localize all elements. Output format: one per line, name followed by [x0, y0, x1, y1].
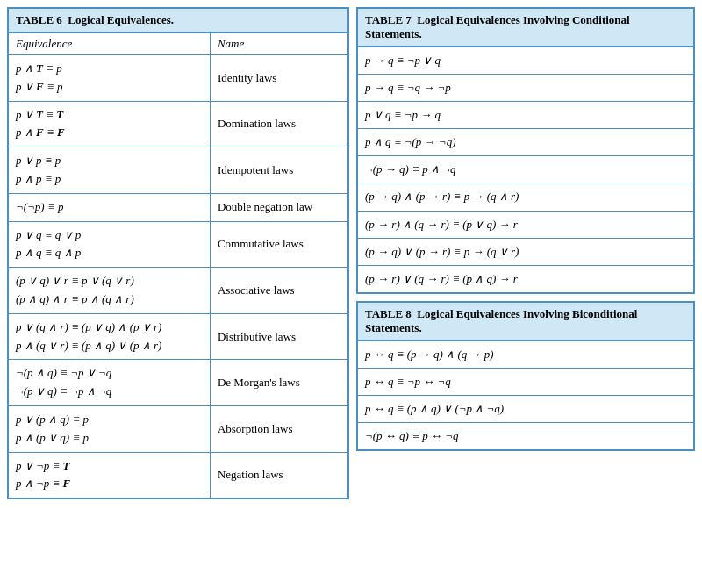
formula-cell: (p → r) ∧ (q → r) ≡ (p ∨ q) → r: [358, 211, 693, 238]
table7-number: TABLE 7: [365, 13, 412, 26]
formula-cell: ¬(p ↔ q) ≡ p ↔ ¬q: [358, 423, 693, 450]
formula-cell: (p → q) ∧ (p → r) ≡ p → (q ∧ r): [358, 183, 693, 211]
name-cell: Identity laws: [210, 55, 347, 102]
table-row: ¬(p ∧ q) ≡ ¬p ∨ ¬q¬(p ∨ q) ≡ ¬p ∧ ¬qDe M…: [9, 360, 347, 406]
table-row: p ∨ q ≡ q ∨ pp ∧ q ≡ q ∧ pCommutative la…: [9, 221, 347, 268]
formula-cell: p ∨ (p ∧ q) ≡ pp ∧ (p ∨ q) ≡ p: [9, 405, 210, 452]
table8-number: TABLE 8: [365, 307, 412, 320]
table-row: p → q ≡ ¬q → ¬p: [358, 75, 693, 102]
formula-cell: p ↔ q ≡ ¬p ↔ ¬q: [358, 368, 693, 395]
table-row: ¬(p → q) ≡ p ∧ ¬q: [358, 156, 693, 183]
table7-wrapper: TABLE 7 Logical Equivalences Involving C…: [356, 7, 695, 294]
formula-cell: p ∧ T ≡ pp ∨ F ≡ p: [9, 55, 210, 102]
table7-header: TABLE 7 Logical Equivalences Involving C…: [358, 9, 693, 47]
table7: p → q ≡ ¬p ∨ qp → q ≡ ¬q → ¬pp ∨ q ≡ ¬p …: [358, 47, 693, 292]
table-row: p ∧ q ≡ ¬(p → ¬q): [358, 129, 693, 156]
formula-cell: (p → r) ∨ (q → r) ≡ (p ∧ q) → r: [358, 265, 693, 292]
name-cell: Negation laws: [210, 452, 347, 498]
name-cell: Distributive laws: [210, 313, 347, 360]
formula-cell: p → q ≡ ¬q → ¬p: [358, 75, 693, 102]
table-row: (p → r) ∧ (q → r) ≡ (p ∨ q) → r: [358, 211, 693, 238]
formula-cell: p ∨ q ≡ q ∨ pp ∧ q ≡ q ∧ p: [9, 221, 210, 268]
table-row: p ↔ q ≡ (p ∧ q) ∨ (¬p ∧ ¬q): [358, 396, 693, 423]
table6-title: Logical Equivalences.: [68, 13, 174, 26]
table-row: (p ∨ q) ∨ r ≡ p ∨ (q ∨ r)(p ∧ q) ∧ r ≡ p…: [9, 268, 347, 314]
formula-cell: (p ∨ q) ∨ r ≡ p ∨ (q ∨ r)(p ∧ q) ∧ r ≡ p…: [9, 268, 210, 314]
table-row: p ↔ q ≡ ¬p ↔ ¬q: [358, 368, 693, 395]
table-row: p ∨ q ≡ ¬p → q: [358, 102, 693, 129]
table-row: (p → q) ∨ (p → r) ≡ p → (q ∨ r): [358, 238, 693, 265]
name-cell: Associative laws: [210, 268, 347, 314]
formula-cell: p → q ≡ ¬p ∨ q: [358, 47, 693, 75]
table-row: (p → r) ∨ (q → r) ≡ (p ∧ q) → r: [358, 265, 693, 292]
table-row: p ∨ (p ∧ q) ≡ pp ∧ (p ∨ q) ≡ pAbsorption…: [9, 405, 347, 452]
formula-cell: p ∨ ¬p ≡ Tp ∧ ¬p ≡ F: [9, 452, 210, 498]
name-cell: Idempotent laws: [210, 147, 347, 194]
formula-cell: p ∧ q ≡ ¬(p → ¬q): [358, 129, 693, 156]
table-row: ¬(p ↔ q) ≡ p ↔ ¬q: [358, 423, 693, 450]
table6-wrapper: TABLE 6 Logical Equivalences. Equivalenc…: [7, 7, 349, 499]
main-container: TABLE 6 Logical Equivalences. Equivalenc…: [7, 7, 695, 506]
formula-cell: p ∨ q ≡ ¬p → q: [358, 102, 693, 129]
formula-cell: p ↔ q ≡ (p ∧ q) ∨ (¬p ∧ ¬q): [358, 396, 693, 423]
formula-cell: p ↔ q ≡ (p → q) ∧ (q → p): [358, 341, 693, 369]
table-row: p → q ≡ ¬p ∨ q: [358, 47, 693, 75]
name-cell: Double negation law: [210, 193, 347, 221]
formula-cell: p ∨ (q ∧ r) ≡ (p ∨ q) ∧ (p ∨ r)p ∧ (q ∨ …: [9, 313, 210, 360]
left-panel: TABLE 6 Logical Equivalences. Equivalenc…: [7, 7, 349, 506]
table-row: p ∨ ¬p ≡ Tp ∧ ¬p ≡ FNegation laws: [9, 452, 347, 498]
table-row: p ∧ T ≡ pp ∨ F ≡ pIdentity laws: [9, 55, 347, 102]
table6: Equivalence Name p ∧ T ≡ pp ∨ F ≡ pIdent…: [9, 33, 347, 498]
col-equivalence: Equivalence: [9, 33, 210, 55]
formula-cell: ¬(¬p) ≡ p: [9, 193, 210, 221]
formula-cell: ¬(p → q) ≡ p ∧ ¬q: [358, 156, 693, 183]
name-cell: Absorption laws: [210, 405, 347, 452]
table8: p ↔ q ≡ (p → q) ∧ (q → p)p ↔ q ≡ ¬p ↔ ¬q…: [358, 341, 693, 449]
table8-wrapper: TABLE 8 Logical Equivalences Involving B…: [356, 301, 695, 451]
table-row: p ∨ T ≡ Tp ∧ F ≡ FDomination laws: [9, 101, 347, 147]
table-row: p ∨ (q ∧ r) ≡ (p ∨ q) ∧ (p ∨ r)p ∧ (q ∨ …: [9, 313, 347, 360]
formula-cell: p ∨ T ≡ Tp ∧ F ≡ F: [9, 101, 210, 147]
table6-header: TABLE 6 Logical Equivalences.: [9, 9, 347, 33]
table-row: p ∨ p ≡ pp ∧ p ≡ pIdempotent laws: [9, 147, 347, 194]
table-row: ¬(¬p) ≡ pDouble negation law: [9, 193, 347, 221]
table-row: p ↔ q ≡ (p → q) ∧ (q → p): [358, 341, 693, 369]
formula-cell: (p → q) ∨ (p → r) ≡ p → (q ∨ r): [358, 238, 693, 265]
name-cell: Domination laws: [210, 101, 347, 147]
formula-cell: p ∨ p ≡ pp ∧ p ≡ p: [9, 147, 210, 194]
formula-cell: ¬(p ∧ q) ≡ ¬p ∨ ¬q¬(p ∨ q) ≡ ¬p ∧ ¬q: [9, 360, 210, 406]
col-name: Name: [210, 33, 347, 55]
name-cell: De Morgan's laws: [210, 360, 347, 406]
right-panel: TABLE 7 Logical Equivalences Involving C…: [356, 7, 695, 458]
table6-number: TABLE 6: [16, 13, 62, 26]
table-row: (p → q) ∧ (p → r) ≡ p → (q ∧ r): [358, 183, 693, 211]
table8-header: TABLE 8 Logical Equivalences Involving B…: [358, 303, 693, 341]
name-cell: Commutative laws: [210, 221, 347, 268]
